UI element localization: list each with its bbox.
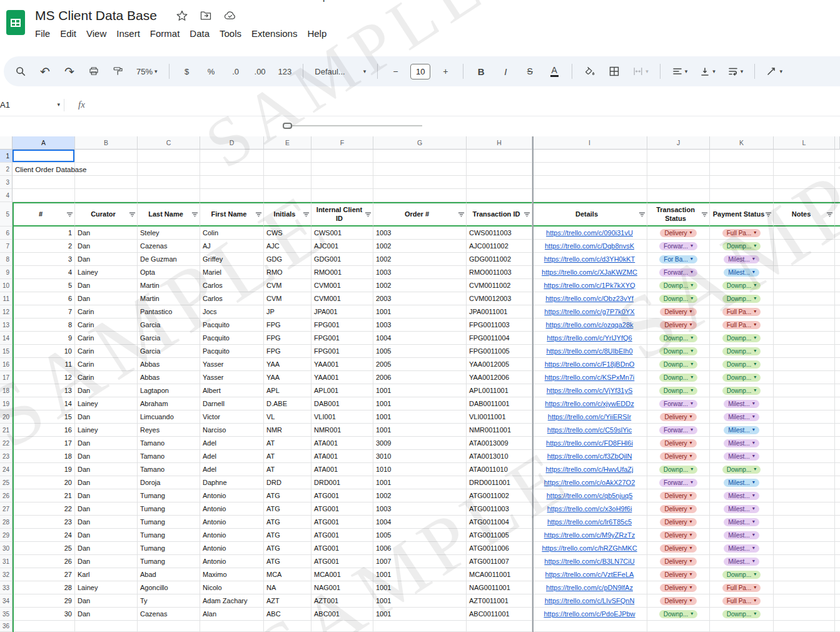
cell-notes[interactable] [774, 516, 835, 529]
cell-notes[interactable] [774, 568, 835, 581]
cell-last-name[interactable]: Limcuando [138, 410, 200, 424]
cell-internal-client-id[interactable]: FPG001 [311, 332, 373, 345]
cell-payment-status[interactable]: Milest...▾ [710, 542, 774, 555]
cell[interactable] [647, 163, 710, 176]
cell-internal-client-id[interactable]: ATG001 [311, 489, 373, 502]
cell-transaction-status[interactable]: Delivery▾ [647, 305, 710, 319]
cell-transaction-id[interactable]: FPG0011004 [467, 332, 532, 345]
status-chip[interactable]: Delivery▾ [660, 571, 696, 579]
status-chip[interactable]: Milest...▾ [724, 452, 759, 461]
cell-transaction-status[interactable]: Delivery▾ [647, 502, 710, 516]
filter-icon[interactable] [66, 211, 73, 218]
cell-last-name[interactable]: De Guzman [138, 253, 200, 266]
cell-initials[interactable]: AT [264, 450, 311, 463]
cell-payment-status[interactable]: Downp...▾ [710, 463, 774, 476]
cell-transaction-status[interactable]: Downp...▾ [647, 358, 710, 371]
cell-transaction-status[interactable]: Downp...▾ [647, 292, 710, 305]
freeze-handle[interactable] [283, 123, 292, 129]
cell-transaction-status[interactable]: Delivery▾ [647, 542, 710, 555]
cell-order-no[interactable]: 1003 [373, 319, 467, 332]
cell-curator[interactable]: Dan [75, 594, 138, 608]
filter-icon[interactable] [701, 211, 708, 218]
menu-file[interactable]: File [30, 27, 55, 40]
details-link[interactable]: https://trello.com/c/g7P7k0YX [544, 308, 634, 315]
cell-notes[interactable] [774, 542, 835, 555]
cell-transaction-status[interactable]: Downp...▾ [647, 384, 710, 397]
cell-transaction-status[interactable]: Downp...▾ [647, 371, 710, 384]
cell-internal-client-id[interactable]: ATG001 [311, 516, 373, 529]
cell-notes[interactable] [774, 581, 835, 594]
cell[interactable] [138, 163, 200, 176]
cell-details[interactable]: https://trello.com/c/HwvUfaZj [532, 463, 647, 476]
status-chip[interactable]: Milest...▾ [724, 268, 759, 277]
cell-transaction-id[interactable]: ATA0011010 [467, 463, 532, 476]
cell-curator[interactable]: Dan [75, 555, 138, 568]
status-chip[interactable]: Full Pa...▾ [722, 584, 761, 592]
cell-curator[interactable]: Lainey [75, 424, 138, 437]
cell-last-name[interactable]: Tumang [138, 555, 200, 568]
cell-internal-client-id[interactable]: AJC001 [311, 240, 373, 253]
cell-transaction-status[interactable]: Delivery▾ [647, 437, 710, 450]
cell-internal-client-id[interactable]: RMO001 [311, 266, 373, 279]
vertical-align-button[interactable]: ▾ [696, 62, 719, 81]
cell-transaction-id[interactable]: FPG0011003 [467, 319, 532, 332]
table-header-transaction-status[interactable]: Transaction Status [647, 202, 710, 227]
cell-payment-status[interactable]: Full Pa...▾ [710, 305, 774, 319]
status-chip[interactable]: Downp...▾ [659, 387, 697, 395]
cell-curator[interactable]: Dan [75, 253, 138, 266]
cell-transaction-status[interactable]: Forwar...▾ [647, 266, 710, 279]
cell-number[interactable]: 3 [13, 253, 75, 266]
horizontal-align-button[interactable]: ▾ [669, 62, 691, 81]
cell-last-name[interactable]: Tamano [138, 463, 200, 476]
cell-curator[interactable]: Dan [75, 450, 138, 463]
cell-first-name[interactable]: Antonio [200, 529, 264, 542]
cell-last-name[interactable]: Tumang [138, 542, 200, 555]
status-chip[interactable]: Delivery▾ [660, 413, 696, 421]
cell-first-name[interactable]: Narciso [200, 424, 264, 437]
status-chip[interactable]: Milest...▾ [724, 492, 759, 500]
cell-notes[interactable] [774, 319, 835, 332]
menu-help[interactable]: Help [302, 27, 331, 40]
cell-number[interactable]: 15 [13, 410, 75, 424]
cell-internal-client-id[interactable]: APL001 [311, 384, 373, 397]
status-chip[interactable]: Milest...▾ [724, 413, 759, 421]
cell-curator[interactable]: Dan [75, 516, 138, 529]
cell-initials[interactable]: GDG [264, 253, 311, 266]
cell-first-name[interactable]: Maximo [200, 568, 264, 581]
cell[interactable] [710, 150, 774, 163]
cell-number[interactable]: 24 [13, 529, 75, 542]
cell-internal-client-id[interactable]: CWS001 [311, 227, 373, 240]
cell[interactable] [373, 176, 467, 189]
increase-decimal-button[interactable]: .00 [251, 62, 270, 81]
cell-first-name[interactable]: Adel [200, 463, 264, 476]
cell-payment-status[interactable]: Milest...▾ [710, 437, 774, 450]
column-header-k[interactable]: K [710, 136, 774, 150]
cell[interactable] [710, 621, 774, 632]
cell-payment-status[interactable]: Milest...▾ [710, 266, 774, 279]
cell-curator[interactable]: Dan [75, 410, 138, 424]
table-header-order[interactable]: Order # [373, 202, 467, 227]
details-link[interactable]: https://trello.com/c/FD8FHl6i [546, 439, 633, 447]
cell[interactable] [264, 150, 311, 163]
filter-icon[interactable] [765, 211, 772, 218]
cell-internal-client-id[interactable]: MCA001 [311, 568, 373, 581]
cell[interactable] [647, 150, 710, 163]
cell-details[interactable]: https://trello.com/c/hRZGhMKC [532, 542, 647, 555]
menu-insert[interactable]: Insert [111, 27, 145, 40]
cell-transaction-id[interactable]: FPG0011005 [467, 345, 532, 358]
cell-internal-client-id[interactable]: DAB001 [311, 397, 373, 410]
cell-details[interactable]: https://trello.com/c/qb5njuq5 [532, 489, 647, 502]
cell-payment-status[interactable]: Downp...▾ [710, 608, 774, 621]
text-color-button[interactable]: A [545, 62, 564, 81]
cell-order-no[interactable]: 1001 [373, 594, 467, 608]
cell-details[interactable]: https://trello.com/c/1Pk7kXYQ [532, 279, 647, 292]
cell-details[interactable]: https://trello.com/c/F18jBDnO [532, 358, 647, 371]
details-link[interactable]: https://trello.com/c/Obz23vYf [545, 295, 634, 302]
cell-curator[interactable]: Carin [75, 319, 138, 332]
cell-order-no[interactable]: 1004 [373, 516, 467, 529]
cell-payment-status[interactable]: Milest...▾ [710, 489, 774, 502]
cell-details[interactable]: https://trello.com/c/VztEFeLA [532, 568, 647, 581]
cell-payment-status[interactable]: Milest...▾ [710, 410, 774, 424]
cell-transaction-id[interactable]: ATG0011002 [467, 489, 532, 502]
cell-order-no[interactable]: 2003 [373, 292, 467, 305]
